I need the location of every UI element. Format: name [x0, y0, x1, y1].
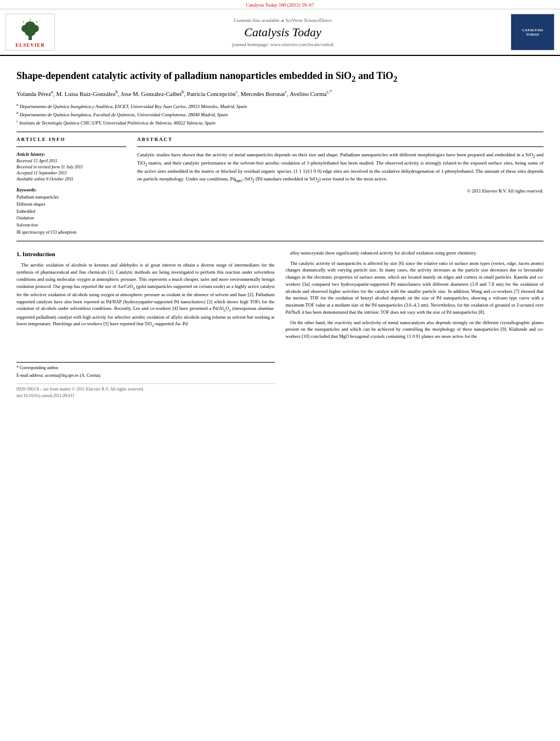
- body-left-column: 1. Introduction The aerobic oxidation of…: [16, 250, 275, 399]
- right-para-1: alloy nanocrystals show significantly en…: [286, 250, 544, 257]
- issn-doi: 0920-5861/$ – see front matter © 2011 El…: [16, 383, 275, 399]
- history-title: Article history:: [16, 151, 126, 157]
- header-divider: [16, 132, 544, 132]
- info-divider: [16, 146, 126, 147]
- keywords-list: Palladium nanoparticles Different shapes…: [16, 194, 126, 236]
- journal-header-center: Contents lists available at SciVerse Sci…: [60, 14, 505, 50]
- body-section: 1. Introduction The aerobic oxidation of…: [16, 250, 544, 399]
- keyword-3: Embedded: [16, 208, 126, 216]
- article-info-abstract: ARTICLE INFO Article history: Received 1…: [16, 137, 544, 236]
- body-right-column: alloy nanocrystals show significantly en…: [286, 250, 544, 399]
- abstract-text: Catalytic studies have shown that the ac…: [137, 151, 544, 184]
- sciverse-notice: Contents lists available at SciVerse Sci…: [234, 18, 332, 23]
- keyword-1: Palladium nanoparticles: [16, 194, 126, 201]
- affiliations: a Departamento de Química Inorgánica y A…: [16, 102, 544, 126]
- email-note: E-mail address: acorma@itq.upv.es (A. Co…: [16, 372, 275, 379]
- corresponding-note: * Corresponding author.: [16, 365, 275, 371]
- journal-homepage: journal homepage: www.elsevier.com/locat…: [232, 42, 333, 47]
- body-two-col: 1. Introduction The aerobic oxidation of…: [16, 250, 544, 399]
- keyword-2: Different shapes: [16, 201, 126, 208]
- doi-line: doi:10.1016/j.cattod.2011.09.011: [16, 393, 275, 399]
- abstract-column: ABSTRACT Catalytic studies have shown th…: [137, 137, 544, 236]
- svg-rect-0: [29, 36, 32, 40]
- revised-date: Received in revised form 11 July 2011: [16, 165, 126, 169]
- abstract-divider: [137, 146, 544, 147]
- body-divider: [16, 241, 544, 241]
- received-date: Received 15 April 2011: [16, 159, 126, 163]
- accepted-date: Accepted 11 September 2011: [16, 171, 126, 176]
- abstract-heading: ABSTRACT: [137, 137, 544, 142]
- citation-text: Catalysis Today 180 (2012) 59–67: [246, 2, 314, 8]
- issn-line: 0920-5861/$ – see front matter © 2011 El…: [16, 386, 275, 393]
- elsevier-wordmark: ELSEVIER: [15, 42, 45, 48]
- svg-point-4: [25, 21, 35, 29]
- intro-para-1: The aerobic oxidation of alcohols to ket…: [16, 262, 275, 329]
- catalysis-today-logo: CATALYSISTODAY: [511, 14, 555, 50]
- journal-header: ELSEVIER Contents lists available at Sci…: [0, 9, 560, 56]
- footnote-area: * Corresponding author. E-mail address: …: [16, 362, 275, 399]
- journal-title: Catalysis Today: [244, 25, 321, 39]
- article-info-column: ARTICLE INFO Article history: Received 1…: [16, 137, 126, 236]
- article-info-heading: ARTICLE INFO: [16, 137, 126, 142]
- paper-title: Shape-dependent catalytic activity of pa…: [16, 70, 544, 84]
- right-para-3: On the other hand, the reactivity and se…: [286, 319, 544, 340]
- affiliation-a: a Departamento de Química Inorgánica y A…: [16, 102, 544, 110]
- keywords-title: Keywords:: [16, 187, 126, 193]
- authors-line: Yolanda Péreza, M. Luisa Ruiz-Gonzálezb,…: [16, 89, 544, 99]
- keyword-4: Oxidation: [16, 215, 126, 222]
- online-date: Available online 6 October 2011: [16, 177, 126, 182]
- keyword-5: Solvent-free: [16, 222, 126, 229]
- elsevier-tree-icon: [14, 16, 47, 41]
- footnotes: * Corresponding author. E-mail address: …: [16, 362, 275, 379]
- elsevier-logo: ELSEVIER: [5, 14, 55, 50]
- keyword-6: IR spectroscopy of CO adsorption: [16, 229, 126, 236]
- affiliation-c: c Instituto de Tecnología Química CSIC-U…: [16, 118, 544, 127]
- intro-section-title: 1. Introduction: [16, 250, 275, 259]
- affiliation-b: b Departamento de Química Inorgánica, Fa…: [16, 110, 544, 118]
- copyright-notice: © 2011 Elsevier B.V. All rights reserved…: [137, 188, 544, 194]
- journal-citation: Catalysis Today 180 (2012) 59–67: [0, 0, 560, 9]
- right-para-2: The catalytic activity of nanoparticles …: [286, 260, 544, 316]
- main-content: Shape-dependent catalytic activity of pa…: [0, 56, 560, 405]
